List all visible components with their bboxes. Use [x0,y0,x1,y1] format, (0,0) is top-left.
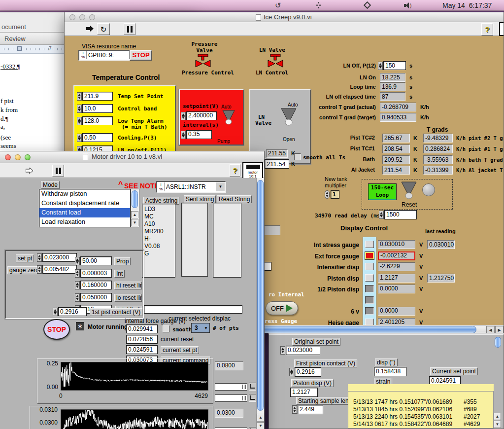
mode-scroll-up-icon[interactable]: ▲ [131,211,138,218]
mode-listbox[interactable]: Withdraw pistonConstant displacement rat… [39,189,131,227]
zoom-icon[interactable] [25,154,31,160]
panel-scroll-up-icon[interactable]: ▲ [494,413,501,420]
gauge-zero-input[interactable]: 0.005482 [42,265,77,274]
run-icon[interactable] [26,168,34,174]
chart2-slider-a-icon[interactable] [249,427,257,429]
mode-scrollbar[interactable]: ▲ ▼ [131,189,139,227]
param-spinner[interactable] [75,269,80,278]
npts-dropdown[interactable]: 3 ▼ [191,323,210,333]
chart1-slider-b[interactable] [215,394,247,402]
tank-input[interactable]: 1 [331,190,339,199]
mode-item[interactable]: Constant displacement rate [39,199,130,208]
param-input[interactable]: 0.160000 [80,281,112,289]
close-icon[interactable] [5,154,11,160]
scroll-left-icon[interactable]: ◀ [486,326,495,333]
chevron-down-icon[interactable]: ▼ [216,182,225,191]
pressure-auto-selector[interactable] [222,110,235,126]
param-spinner[interactable] [75,281,80,289]
param-spinner[interactable] [75,257,80,265]
active-string-item[interactable]: G [144,250,173,257]
off-button[interactable]: OFF [266,301,298,315]
motor-stop-button[interactable]: STOP [43,319,70,340]
pause-icon[interactable] [52,165,64,177]
smooth-toggle[interactable] [163,325,169,332]
vscroll-thumb[interactable] [257,180,264,411]
pressure-valve-icon[interactable] [194,54,212,69]
close-icon[interactable] [69,14,75,20]
tab-review[interactable]: Review [4,35,26,42]
stop-button[interactable]: STOP [130,50,152,61]
gauge-zero-spinner[interactable] [37,265,42,274]
starting-length-spinner[interactable] [292,405,297,414]
run-icon[interactable] [86,26,94,32]
temp-input[interactable]: 10.0 [82,104,113,113]
param-input[interactable]: 0.000003 [80,269,112,278]
temp-spinner[interactable] [77,92,82,101]
temp-input[interactable]: 0.50 [82,133,113,142]
spaces-icon[interactable] [316,4,318,6]
mode-item[interactable]: Load relaxation [39,217,130,227]
selected-displacement-field[interactable] [144,305,242,314]
mode-item[interactable]: Withdraw piston [39,189,130,199]
display-toggle-button[interactable] [365,285,374,292]
active-string-list[interactable]: LD3MCA10MR200H-V0.08G [142,204,175,278]
panel-vscroll-pill[interactable] [495,337,501,348]
chart1-slider-b-icon[interactable] [249,394,257,402]
temp-input[interactable]: 211.9 [82,92,113,101]
mode-scroll-thumb[interactable] [132,190,138,208]
active-string-item[interactable]: H- [144,235,173,243]
airport-icon[interactable] [364,1,371,9]
set-pt-input[interactable]: 0.023000 [42,253,77,262]
param-input[interactable]: 0.050000 [80,293,112,302]
set-pt-spinner[interactable] [37,253,42,262]
interval-spinner[interactable] [181,131,186,139]
display-toggle-button[interactable] [365,274,374,282]
visa-dropdown[interactable]: I% ASRL1::INSTR ▼ [156,181,226,193]
zoom-icon[interactable] [89,14,95,20]
display-toggle-button[interactable] [365,241,374,248]
pause-icon[interactable] [124,23,135,35]
sent-string-list[interactable] [181,203,208,277]
original-setpoint-spinner[interactable] [280,346,285,355]
notes-box[interactable]: 5/13/13 1747 hrs 0.151077"/0.061689#3555… [348,391,494,429]
ln-valve-icon[interactable] [267,54,284,69]
motor-titlebar[interactable]: Motor driver 10 to 1 v8.vi [0,151,264,163]
chart1-slider-a-icon[interactable] [249,383,257,391]
active-string-item[interactable]: V0.08 [144,243,173,250]
read-string-list[interactable] [213,203,241,278]
contact-spinner[interactable] [53,308,58,316]
ice-titlebar[interactable]: Ice Creep v9.0.vi [65,12,504,22]
temp-spinner[interactable] [77,134,82,142]
first-piston-input[interactable]: 0.2916 [295,367,321,377]
help-icon[interactable]: ? [230,164,240,177]
scroll-right-icon[interactable]: ▶ [495,326,504,333]
active-string-item[interactable]: LD3 [144,206,173,213]
panel-scroll-down-icon[interactable]: ▼ [494,421,501,428]
temp-spinner[interactable] [77,105,82,113]
loop-selector[interactable] [401,181,417,200]
minimize-icon[interactable] [15,154,21,160]
motor-vscrollbar[interactable]: ▲ ▼ [256,178,265,429]
minimize-icon[interactable] [79,14,85,20]
run-continuous-icon[interactable]: ↻ [97,23,110,35]
param-input[interactable]: 50.00 [80,256,112,265]
hscroll-thumb[interactable] [262,326,476,333]
volume-icon[interactable]: ) [404,2,412,8]
scroll-up-icon[interactable]: ▲ [257,414,265,422]
help-icon[interactable]: ? [481,23,493,36]
menu-clock[interactable]: May 14 6:17:37 [442,1,492,9]
original-setpoint-input[interactable]: 0.023000 [286,346,320,355]
motor-running-checkbox[interactable]: ∗ [76,322,84,330]
ln-off-input[interactable]: 150 [383,61,406,70]
display-toggle-button[interactable] [365,307,374,315]
setpoint-spinner[interactable] [181,112,186,120]
contact-input[interactable]: 0.2916 [58,307,87,316]
display-toggle-button[interactable] [365,296,374,304]
display-toggle-alarm[interactable] [365,252,374,259]
temp-spinner[interactable] [77,117,82,125]
vi-icon[interactable]: motor 10:1 [242,162,263,179]
active-string-item[interactable]: MC [144,213,173,220]
param-spinner[interactable] [75,293,80,302]
smooth-all-checkbox[interactable] [294,153,301,160]
read-delay-spinner[interactable] [379,211,384,219]
